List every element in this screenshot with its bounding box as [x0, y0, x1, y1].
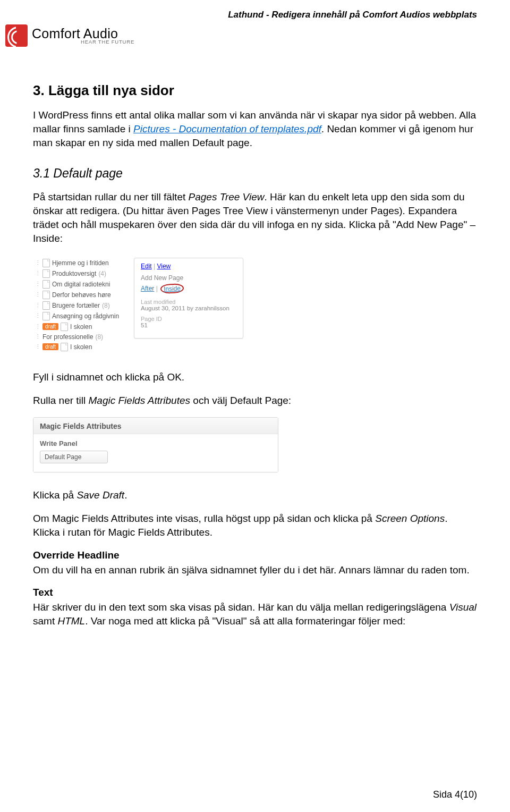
tree-item[interactable]: ⋮Brugere fortæller (8)	[33, 300, 134, 311]
add-inside-link[interactable]: Inside	[164, 284, 181, 292]
logo-name: Comfort Audio	[32, 27, 134, 40]
logo-tagline: HEAR THE FUTURE	[81, 39, 134, 45]
add-page-popover: Edit | View Add New Page After | Inside …	[134, 258, 243, 339]
tree-item-label: Om digital radiotekni	[52, 281, 110, 288]
page-icon	[42, 269, 50, 278]
tree-item[interactable]: ⋮Produktoversigt (4)	[33, 268, 134, 279]
tree-item[interactable]: ⋮Ansøgning og rådgivnin	[33, 311, 134, 322]
tree-item[interactable]: ⋮Hjemme og i fritiden	[33, 258, 134, 268]
edit-link[interactable]: Edit	[141, 263, 152, 270]
text-body: Här skriver du in den text som ska visas…	[33, 600, 477, 628]
running-header: Lathund - Redigera innehåll på Comfort A…	[228, 10, 477, 20]
tree-item-label: I skolen	[70, 343, 92, 351]
tree-item-label: For professionelle	[42, 333, 93, 341]
page-footer: Sida 4(10)	[433, 789, 477, 800]
add-after-link[interactable]: After	[141, 285, 154, 292]
draft-badge: draft	[42, 323, 58, 330]
intro-paragraph: I WordPress finns ett antal olika mallar…	[33, 108, 477, 150]
write-panel-select[interactable]: Default Page	[40, 451, 108, 463]
tree-item[interactable]: ⋮For professionelle (8)	[33, 332, 134, 342]
section-heading: 3. Lägga till nya sidor	[33, 82, 477, 99]
tree-item-label: Produktoversigt	[52, 270, 96, 277]
logo-mark-icon	[5, 24, 28, 47]
tree-item-label: Brugere fortæller	[52, 302, 100, 309]
instruction-paragraph: På startsidan rullar du ner till fältet …	[33, 190, 477, 246]
subsection-heading: 3.1 Default page	[33, 166, 477, 181]
tree-item-count: (4)	[98, 270, 106, 277]
templates-link[interactable]: Pictures - Documentation of templates.pd…	[133, 123, 321, 134]
view-link[interactable]: View	[157, 263, 171, 270]
pages-tree: ⋮Hjemme og i fritiden⋮Produktoversigt (4…	[33, 256, 134, 354]
screenshot-tree-popover: ⋮Hjemme og i fritiden⋮Produktoversigt (4…	[33, 256, 477, 354]
tree-item-label: Ansøgning og rådgivnin	[52, 312, 119, 320]
tree-item-count: (8)	[95, 333, 103, 341]
step-fill-name: Fyll i sidnamnet och klicka på OK.	[33, 370, 477, 384]
last-modified-value: August 30, 2011 by zarahnilsson	[141, 305, 236, 311]
override-headline-body: Om du vill ha en annan rubrik än själva …	[33, 563, 477, 577]
page-icon	[42, 301, 50, 310]
page-icon	[61, 343, 68, 351]
note-screen-options: Om Magic Fields Attributes inte visas, r…	[33, 512, 477, 539]
step-scroll-magic: Rulla ner till Magic Fields Attributes o…	[33, 394, 477, 408]
text-heading: Text	[33, 587, 477, 598]
brand-logo: Comfort Audio HEAR THE FUTURE	[5, 24, 134, 47]
last-modified-label: Last modified	[141, 299, 236, 305]
tree-item[interactable]: ⋮draftI skolen	[33, 342, 134, 352]
tree-item-label: Derfor behøves høre	[52, 291, 111, 299]
write-panel-label: Write Panel	[33, 434, 278, 451]
draft-badge: draft	[42, 343, 58, 350]
tree-item-label: I skolen	[70, 323, 92, 331]
tree-item-label: Hjemme og i fritiden	[52, 259, 109, 267]
tree-item[interactable]: ⋮Om digital radiotekni	[33, 279, 134, 290]
add-new-page-label: Add New Page	[141, 274, 236, 282]
screenshot-magic-fields: Magic Fields Attributes Write Panel Defa…	[33, 417, 278, 472]
step-save-draft: Klicka på Save Draft.	[33, 488, 477, 502]
page-id-label: Page ID	[141, 316, 236, 322]
override-headline-heading: Override Headline	[33, 549, 477, 561]
page-icon	[42, 312, 50, 320]
page-icon	[42, 280, 50, 289]
page-icon	[42, 291, 50, 299]
tree-item-count: (8)	[102, 302, 110, 309]
page-id-value: 51	[141, 322, 236, 328]
tree-item[interactable]: ⋮draftI skolen	[33, 322, 134, 332]
page-icon	[61, 323, 68, 331]
tree-item[interactable]: ⋮Derfor behøves høre	[33, 290, 134, 300]
page-icon	[42, 259, 50, 267]
magic-fields-title: Magic Fields Attributes	[33, 418, 278, 434]
